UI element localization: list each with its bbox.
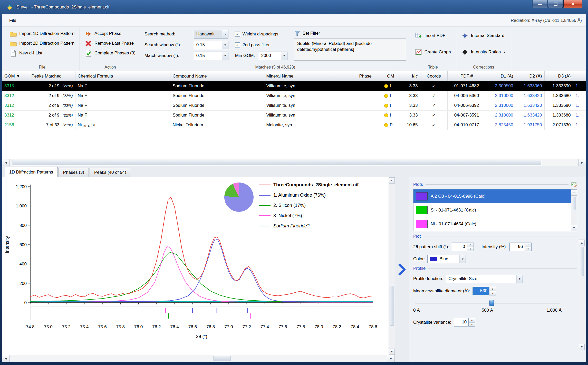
search-method-dropdown[interactable]: Hanawalt ▼: [194, 30, 228, 39]
tab-peaks[interactable]: Peaks (40 of 54): [90, 168, 131, 177]
table-hscroll-thumb[interactable]: [13, 160, 541, 165]
search-window-dropdown[interactable]: 0.15 ▼: [194, 41, 228, 49]
panel-vscrollbar[interactable]: ▲ ▼: [579, 239, 585, 350]
table-row[interactable]: 33152 of 9(22%)Na FSodium FluorideVillia…: [2, 81, 586, 91]
column-header[interactable]: Compound Name: [170, 71, 264, 81]
column-header[interactable]: PDF #: [447, 71, 486, 81]
slider-track[interactable]: [415, 303, 560, 304]
svg-text:400: 400: [20, 262, 27, 266]
insert-pdf-button[interactable]: Insert PDF: [413, 31, 452, 41]
scroll-up-button[interactable]: ▲: [579, 240, 585, 246]
chart-vscrollbar[interactable]: ▲ ▼: [389, 177, 395, 355]
column-header[interactable]: I/Ic: [400, 71, 420, 81]
min-gom-dropdown[interactable]: 2000 ▼: [259, 52, 287, 60]
plots-list-item[interactable]: Al2 O3 - 04-015-8996 (Calc): [413, 189, 571, 203]
column-header[interactable]: Phase: [357, 71, 382, 81]
crystallite-variance-input[interactable]: 10: [454, 318, 469, 326]
table-hscrollbar[interactable]: ◀ ▶: [2, 159, 586, 166]
remove-last-phase-button[interactable]: Remove Last Phase: [83, 39, 137, 48]
crystallite-variance-spinner[interactable]: 10 ▲▼: [454, 318, 475, 327]
scroll-left-button[interactable]: ◀: [2, 355, 10, 362]
pattern-shift-spinner[interactable]: 0 ▲▼: [452, 243, 474, 251]
close-button[interactable]: ✕: [563, 0, 582, 8]
scroll-down-button[interactable]: ▼: [389, 349, 395, 355]
column-header[interactable]: Peaks Matched: [29, 71, 75, 81]
mean-diameter-input[interactable]: 530: [473, 287, 489, 295]
table-row[interactable]: 33122 of 9(22%)Na FSodium FluorideVillia…: [2, 91, 586, 101]
column-header[interactable]: D2 (Å): [516, 71, 544, 81]
increment-button[interactable]: ▲: [525, 243, 531, 247]
plots-options-icon[interactable]: [571, 181, 577, 188]
legend-entry: Sodium Fluoride?: [259, 221, 359, 231]
decrement-button[interactable]: ▼: [469, 322, 475, 326]
create-graph-button[interactable]: Create Graph: [413, 47, 452, 57]
column-header[interactable]: Chemical Formula: [75, 71, 170, 81]
column-header[interactable]: QM: [382, 71, 400, 81]
column-header[interactable]: Mineral Name: [264, 71, 357, 81]
column-header[interactable]: Coords: [420, 71, 447, 81]
maximize-button[interactable]: [548, 0, 563, 8]
plot-intensity-input[interactable]: 96: [509, 243, 525, 251]
set-filter-button[interactable]: Set Filter: [294, 29, 406, 38]
plots-list-item[interactable]: Ni - 01-071-4654 (Calc): [413, 217, 571, 231]
complete-phases-button[interactable]: Complete Phases (3): [83, 48, 137, 58]
table-row[interactable]: 33122 of 9(22%)Na FSodium FluorideVillia…: [2, 101, 586, 110]
scroll-down-button[interactable]: ▼: [571, 225, 577, 231]
titlebar[interactable]: SIeve+ - ThreeCompounds_2Single_element.…: [2, 0, 586, 14]
menu-file[interactable]: File: [6, 16, 19, 25]
chart-vscroll-thumb[interactable]: [390, 286, 394, 325]
tab-phases[interactable]: Phases (3): [59, 168, 89, 177]
expand-panel-button[interactable]: [395, 177, 409, 362]
increment-button[interactable]: ▲: [467, 243, 474, 247]
legend-entry: ThreeCompounds_2Single_element.cif: [259, 180, 359, 190]
color-dropdown[interactable]: Blue ▼: [427, 255, 466, 263]
decrement-button[interactable]: ▼: [525, 247, 531, 251]
column-header[interactable]: D1 (Å): [486, 71, 516, 81]
column-header[interactable]: GOM ▼: [2, 71, 29, 81]
weight-dspacings-checkbox[interactable]: ✓ Weight d-spacings: [235, 29, 287, 40]
plots-list-item[interactable]: Si - 01-071-4631 (Calc): [413, 203, 571, 217]
chart-hscrollbar[interactable]: ◀ ▶: [2, 355, 395, 362]
import-1d-button[interactable]: Import 1D Diffraction Pattern: [8, 29, 76, 39]
crystallite-size-slider[interactable]: [415, 300, 560, 307]
chart-hscroll-thumb[interactable]: [214, 356, 230, 361]
match-window-dropdown[interactable]: 0.15 ▼: [194, 52, 228, 60]
panel-vscroll-thumb[interactable]: [580, 247, 584, 276]
tab-1d-diffraction-patterns[interactable]: 1D Diffraction Patterns: [5, 167, 58, 177]
accept-phase-button[interactable]: Accept Phase: [83, 29, 137, 39]
column-header[interactable]: [573, 71, 586, 81]
new-di-list-button[interactable]: New d-I List: [8, 48, 76, 58]
increment-button[interactable]: ▲: [469, 318, 475, 322]
chart-vscroll-track[interactable]: [389, 184, 395, 349]
diffraction-chart[interactable]: 02004006008001,0001,20074.875.075.275.47…: [2, 177, 389, 355]
table-row[interactable]: 33122 of 9(22%)Na FSodium FluorideVillia…: [2, 110, 586, 120]
scroll-up-button[interactable]: ▲: [389, 177, 395, 184]
internal-standard-button[interactable]: Internal Standard: [460, 31, 507, 41]
plots-list-scroll-thumb[interactable]: [572, 197, 576, 210]
pattern-shift-input[interactable]: 0: [452, 243, 467, 251]
plots-list-scrollbar[interactable]: ▲ ▼: [571, 189, 577, 231]
decrement-button[interactable]: ▼: [489, 291, 496, 295]
import-2d-button[interactable]: Import 2D Diffraction Pattern: [8, 39, 76, 48]
table-hscroll-track[interactable]: [10, 159, 578, 166]
scroll-right-button[interactable]: ▶: [387, 355, 395, 362]
minimize-button[interactable]: [533, 0, 547, 8]
second-pass-filter-checkbox[interactable]: ✓ 2nd pass filter: [235, 40, 287, 50]
green-check-doc-icon: [85, 50, 92, 57]
scroll-left-button[interactable]: ◀: [2, 159, 10, 166]
scroll-down-button[interactable]: ▼: [579, 344, 585, 350]
plots-list-scroll-track[interactable]: [571, 196, 577, 225]
intensity-ratios-button[interactable]: Intensity Ratios ▼: [460, 47, 507, 57]
chart-hscroll-track[interactable]: [10, 355, 387, 362]
plot-intensity-spinner[interactable]: 96 ▲▼: [509, 243, 532, 251]
scroll-up-button[interactable]: ▲: [571, 189, 577, 196]
decrement-button[interactable]: ▼: [467, 247, 474, 251]
scroll-right-button[interactable]: ▶: [578, 159, 586, 166]
panel-vscroll-track[interactable]: [579, 246, 585, 344]
mean-diameter-spinner[interactable]: 530 ▲▼: [473, 287, 496, 295]
column-header[interactable]: D3 (Å): [544, 71, 573, 81]
profile-function-dropdown[interactable]: Crystallite Size ▼: [446, 275, 523, 283]
slider-thumb[interactable]: [489, 300, 494, 306]
table-row[interactable]: 21567 of 33(21%)Ni0.514 TeNickel Telluri…: [2, 120, 586, 130]
increment-button[interactable]: ▲: [489, 287, 496, 291]
